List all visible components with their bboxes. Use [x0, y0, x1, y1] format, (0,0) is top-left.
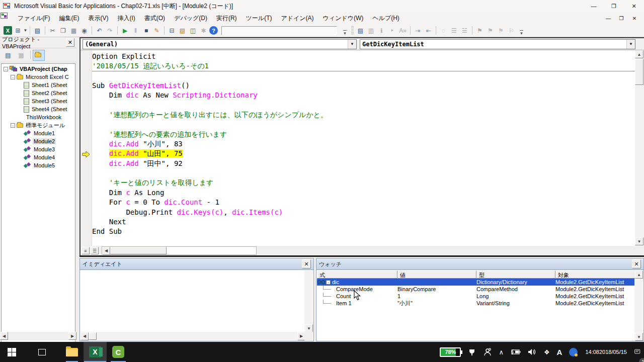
- paste-icon[interactable]: ▦: [69, 26, 78, 35]
- watch-column-header[interactable]: 型: [476, 270, 555, 279]
- restore-icon[interactable]: ❐: [604, 0, 624, 12]
- battery-status-icon[interactable]: [507, 342, 524, 362]
- complete-word-icon[interactable]: A»: [398, 26, 408, 35]
- expand-collapse-icon[interactable]: -: [326, 280, 331, 285]
- expand-collapse-icon[interactable]: -: [11, 123, 15, 128]
- excel-taskbar-button[interactable]: X: [84, 342, 107, 362]
- reset-icon[interactable]: ■: [141, 26, 151, 35]
- tree-item--[interactable]: -標準モジュール: [2, 121, 75, 129]
- menu-item[interactable]: 実行(R): [212, 13, 242, 24]
- redo-icon[interactable]: ↷: [105, 26, 115, 35]
- properties-window-icon[interactable]: ▤: [178, 26, 187, 35]
- edit-toolbar-grip[interactable]: [351, 26, 354, 35]
- code-line[interactable]: Sub GetDicKeyItemList(): [92, 81, 635, 90]
- watch-row[interactable]: CompareModeBinaryCompareCompareMethodMod…: [317, 286, 635, 293]
- battery-indicator[interactable]: 78%: [436, 342, 464, 362]
- menu-item[interactable]: ファイル(F): [13, 13, 54, 24]
- project-explorer-icon[interactable]: ⊟: [167, 26, 177, 35]
- scroll-up-icon[interactable]: ▲: [635, 270, 643, 279]
- tree-item-module3[interactable]: Module3: [2, 145, 75, 153]
- watch-title-bar[interactable]: ウォッチ ✕: [316, 258, 644, 270]
- immediate-title-bar[interactable]: イミディエイト ✕: [79, 258, 314, 270]
- indent-icon[interactable]: ⇥: [413, 26, 423, 35]
- scroll-up-icon[interactable]: ▲: [635, 50, 643, 58]
- scroll-left-icon[interactable]: ◀: [80, 332, 89, 340]
- tree-item-module5[interactable]: Module5: [2, 161, 75, 169]
- tree-item-microsoft-excel-c[interactable]: -Microsoft Excel C: [2, 73, 75, 81]
- list-properties-icon[interactable]: ▤: [356, 26, 365, 35]
- break-icon[interactable]: ‖: [131, 26, 140, 35]
- insert-userform-icon[interactable]: ⊞: [13, 26, 23, 35]
- clock[interactable]: 14:08 2018/05/15: [581, 342, 631, 362]
- camtasia-taskbar-button[interactable]: C: [107, 342, 130, 362]
- child-restore-icon[interactable]: ❐: [615, 14, 628, 23]
- scroll-down-icon[interactable]: ▼: [635, 237, 643, 245]
- immediate-hscroll-thumb[interactable]: [89, 332, 97, 340]
- object-browser-icon[interactable]: ◫: [188, 26, 198, 35]
- code-line[interactable]: [92, 120, 635, 129]
- list-constants-icon[interactable]: ▥: [366, 26, 376, 35]
- code-line[interactable]: [92, 71, 635, 81]
- object-combo-dropdown-icon[interactable]: ▼: [348, 40, 356, 49]
- uncomment-block-icon[interactable]: ☱: [460, 26, 469, 35]
- ime-mode-indicator[interactable]: A: [553, 342, 566, 362]
- file-explorer-button[interactable]: [60, 342, 84, 362]
- action-center-button[interactable]: 1: [631, 342, 644, 362]
- tree-item-sheet1-sheet[interactable]: Sheet1 (Sheet: [2, 81, 75, 89]
- comment-block-icon[interactable]: ☰: [449, 26, 459, 35]
- menu-item[interactable]: アドイン(A): [276, 13, 318, 24]
- scroll-left-icon[interactable]: ◀: [0, 332, 8, 340]
- outdent-icon[interactable]: ⇤: [424, 26, 433, 35]
- code-line[interactable]: Next: [92, 217, 635, 227]
- watch-column-header[interactable]: 対象: [555, 270, 635, 279]
- scroll-down-icon[interactable]: ▼: [305, 324, 313, 332]
- task-view-button[interactable]: [30, 342, 53, 362]
- tree-item-thisworkbook[interactable]: ThisWorkbook: [2, 113, 75, 121]
- dropbox-icon[interactable]: ❖: [540, 342, 553, 362]
- clear-bookmarks-icon[interactable]: ⚐: [507, 26, 516, 35]
- tree-item-sheet3-sheet[interactable]: Sheet3 (Sheet: [2, 97, 75, 105]
- code-line[interactable]: Debug.Print dic.Keys(c), dic.Items(c): [92, 208, 635, 217]
- watch-column-header[interactable]: 式: [317, 270, 397, 279]
- volume-icon[interactable]: [524, 342, 540, 362]
- menu-item[interactable]: ウィンドウ(W): [318, 13, 368, 24]
- expand-collapse-icon[interactable]: -: [11, 75, 15, 79]
- tree-item-vbaproject-chap[interactable]: -VBAProject (Chap: [2, 65, 75, 73]
- code-line[interactable]: dic.Add "小川", 83: [92, 139, 635, 149]
- immediate-horizontal-scrollbar[interactable]: ◀ ▶: [80, 332, 305, 340]
- procedure-view-icon[interactable]: ≡: [82, 247, 90, 254]
- watch-row[interactable]: Count1LongModule2.GetDicKeyItemList: [317, 293, 635, 300]
- view-code-icon[interactable]: ▤: [2, 50, 14, 61]
- undo-icon[interactable]: ↶: [95, 26, 104, 35]
- toolbox-icon[interactable]: ✱: [199, 26, 208, 35]
- tray-expand-chevron-icon[interactable]: ∧: [495, 342, 507, 362]
- scroll-down-icon[interactable]: ▼: [635, 333, 643, 341]
- code-hscroll-thumb[interactable]: [110, 247, 167, 254]
- code-horizontal-scrollbar[interactable]: ◀: [102, 246, 257, 255]
- menu-item[interactable]: ツール(T): [242, 13, 277, 24]
- procedure-combo[interactable]: GetDicKeyItemList ▼: [360, 39, 635, 49]
- menu-item[interactable]: ヘルプ(H): [368, 13, 404, 24]
- app-globe-icon[interactable]: [566, 342, 581, 362]
- code-margin[interactable]: [80, 50, 92, 246]
- start-button[interactable]: [0, 342, 23, 362]
- close-icon[interactable]: ✕: [624, 0, 644, 12]
- find-icon[interactable]: ◉: [79, 26, 89, 35]
- next-bookmark-icon[interactable]: ⚑: [486, 26, 495, 35]
- procedure-combo-dropdown-icon[interactable]: ▼: [626, 40, 635, 49]
- code-line[interactable]: '連想配列への要素の追加を行います: [92, 130, 635, 139]
- code-line[interactable]: dic.Add "山田", 75: [92, 149, 635, 158]
- code-editor[interactable]: Option Explicit'2018/05/15 追記いろいろ-その1Sub…: [80, 50, 635, 246]
- toggle-breakpoint-icon[interactable]: ◌: [439, 26, 448, 35]
- copy-icon[interactable]: ❐: [58, 26, 68, 35]
- minimize-icon[interactable]: —: [584, 0, 604, 12]
- code-line[interactable]: dic.Add "田中", 92: [92, 159, 635, 168]
- power-plug-icon[interactable]: [464, 342, 479, 362]
- tree-item-module1[interactable]: Module1: [2, 129, 75, 137]
- toggle-bookmark-icon[interactable]: ⚑: [475, 26, 485, 35]
- code-line[interactable]: [92, 168, 635, 178]
- edit-toolbar-overflow-icon[interactable]: ▼: [518, 26, 525, 36]
- scroll-left-icon[interactable]: ◀: [102, 247, 110, 255]
- run-icon[interactable]: ▶: [120, 26, 130, 35]
- child-close-icon[interactable]: ✕: [628, 14, 641, 23]
